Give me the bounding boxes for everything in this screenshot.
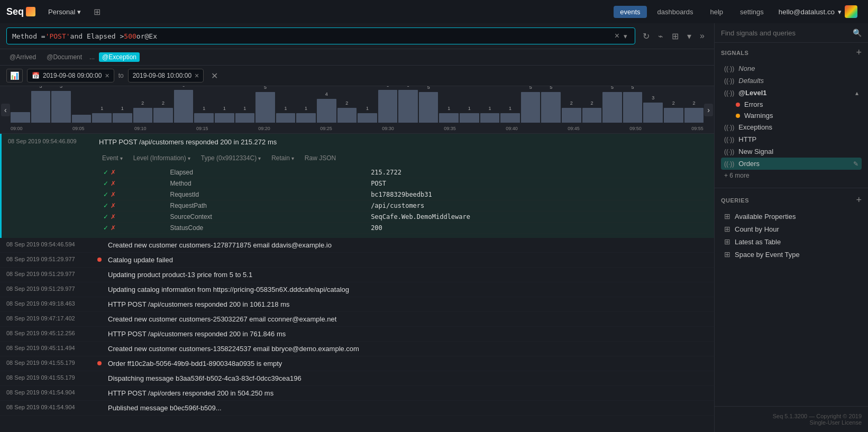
hist-bar-29[interactable]: 5 (602, 92, 622, 123)
nav-settings[interactable]: settings (734, 6, 770, 18)
hist-bar-10[interactable]: 1 (215, 113, 234, 123)
hist-bar-2[interactable]: 5 (51, 91, 71, 123)
event-action-retain[interactable]: Retain ▾ (268, 153, 297, 163)
hist-bar-19[interactable]: 6 (398, 90, 418, 123)
sidebar-item-new-signal-label: New Signal (738, 148, 773, 155)
hist-bar-32[interactable]: 2 (664, 108, 683, 123)
time-range-close-button[interactable]: ✕ (208, 70, 221, 82)
event-row-4[interactable]: 08 Sep 2019 09:49:18.463HTTP POST /api/c… (0, 297, 714, 312)
hist-bar-11[interactable]: 1 (235, 113, 255, 123)
tag-dots[interactable]: ... (89, 53, 95, 61)
event-row-0[interactable]: 08 Sep 2019 09:54:46.594Created new cust… (0, 238, 714, 253)
hist-bar-31[interactable]: 3 (643, 103, 663, 123)
hist-bar-1[interactable]: 5 (31, 91, 51, 123)
event-action-event[interactable]: Event ▾ (99, 153, 126, 163)
query-item-latest-as-table[interactable]: ⊞ Latest as Table (721, 235, 862, 248)
tag-exception[interactable]: @Exception (99, 52, 140, 62)
event-action-raw-json[interactable]: Raw JSON (301, 153, 339, 163)
queries-add-button[interactable]: + (856, 195, 862, 206)
query-item-space-by-event-type[interactable]: ⊞ Space by Event Type (721, 248, 862, 261)
hist-bar-22[interactable]: 1 (460, 113, 479, 123)
time-to-clear-button[interactable]: × (195, 71, 199, 80)
event-row-3[interactable]: 08 Sep 2019 09:51:29.977Updating catalog… (0, 282, 714, 297)
event-row-9[interactable]: 08 Sep 2019 09:41:55.179Dispatching mess… (0, 371, 714, 386)
search-chevron-button[interactable]: ▾ (622, 32, 629, 40)
sidebar-sub-item-errors[interactable]: Errors (721, 99, 862, 110)
nav-help[interactable]: help (703, 6, 729, 18)
sidebar-item-exceptions[interactable]: ((·)) Exceptions (721, 121, 862, 133)
sidebar-item-none-label: None (738, 65, 755, 72)
hist-bar-17[interactable]: 1 (358, 113, 377, 123)
hist-bar-3[interactable] (72, 115, 92, 123)
nav-events[interactable]: events (614, 6, 646, 18)
orders-edit-button[interactable]: ✎ (853, 160, 858, 168)
hist-bar-0[interactable] (11, 112, 30, 123)
query-item-count-by-hour[interactable]: ⊞ Count by Hour (721, 223, 862, 235)
expanded-event-header[interactable]: 08 Sep 2019 09:54:46.809 HTTP POST /api/… (2, 134, 714, 150)
signals-section: SIGNALS + ((·)) None ((·)) Defaults ((·)… (715, 43, 868, 186)
hist-bar-24[interactable]: 1 (500, 113, 520, 123)
hist-bar-25[interactable]: 5 (521, 92, 541, 123)
event-row-10[interactable]: 08 Sep 2019 09:41:54.904HTTP POST /api/o… (0, 386, 714, 401)
hist-bar-14[interactable]: 1 (296, 113, 316, 123)
workspace-selector[interactable]: Personal ▾ (44, 6, 85, 18)
hist-bar-6[interactable]: 2 (133, 108, 153, 123)
query-item-available-properties[interactable]: ⊞ Available Properties (721, 210, 862, 223)
event-row-8[interactable]: 08 Sep 2019 09:41:55.179Order ff10c2ab-5… (0, 356, 714, 371)
sidebar-item-http[interactable]: ((·)) HTTP (721, 133, 862, 145)
hist-bar-30[interactable]: 5 (623, 92, 643, 123)
sidebar-divider (715, 188, 868, 188)
time-from-clear-button[interactable]: × (105, 71, 109, 80)
signals-add-button[interactable]: + (856, 47, 862, 58)
search-link-button[interactable]: ⌁ (655, 29, 666, 43)
event-row-7[interactable]: 08 Sep 2019 09:45:11.494Created new cust… (0, 342, 714, 356)
event-row-11[interactable]: 08 Sep 2019 09:41:54.904Published messag… (0, 401, 714, 416)
hist-bar-23[interactable]: 1 (480, 113, 500, 123)
event-row-6[interactable]: 08 Sep 2019 09:45:12.256HTTP POST /api/c… (0, 327, 714, 342)
sidebar-item-defaults[interactable]: ((·)) Defaults (721, 75, 862, 87)
search-input[interactable] (157, 32, 613, 40)
user-menu-button[interactable]: hello@datalust.co ▾ (774, 3, 862, 20)
histogram-prev-button[interactable]: ‹ (1, 104, 10, 116)
search-more-button[interactable]: ▾ (684, 29, 695, 43)
search-expand-button[interactable]: » (697, 29, 708, 43)
search-columns-button[interactable]: ⊞ (669, 29, 682, 43)
hist-bar-20[interactable]: 5 (419, 92, 438, 123)
sidebar-item-none[interactable]: ((·)) None (721, 62, 862, 75)
hist-bar-18[interactable]: 6 (378, 90, 398, 123)
histogram-next-button[interactable]: › (704, 104, 713, 116)
event-action-level[interactable]: Level (Information) ▾ (130, 153, 194, 163)
event-row-5[interactable]: 08 Sep 2019 09:47:17.402Created new cust… (0, 312, 714, 327)
event-row-2[interactable]: 08 Sep 2019 09:51:29.977Updating product… (0, 268, 714, 282)
event-action-type[interactable]: Type (0x9912334C) ▾ (198, 153, 264, 163)
hist-bar-15[interactable]: 4 (317, 99, 336, 123)
hist-bar-8[interactable]: 6 (174, 90, 194, 123)
save-button[interactable]: ⊞ (89, 5, 105, 19)
signals-more-link[interactable]: + 6 more (721, 170, 862, 181)
hist-bar-4[interactable]: 1 (92, 113, 112, 123)
prop-icons-1: ✓ ✗ (99, 178, 166, 189)
hist-bar-33[interactable]: 2 (684, 108, 704, 123)
search-refresh-button[interactable]: ↻ (639, 29, 653, 43)
sidebar-search-input[interactable] (721, 29, 848, 37)
hist-bar-9[interactable]: 1 (194, 113, 214, 123)
hist-bar-7[interactable]: 2 (153, 108, 173, 123)
chart-toggle-button[interactable]: 📊 (6, 69, 23, 82)
sidebar-item-new-signal[interactable]: ((·)) New Signal (721, 145, 862, 158)
sidebar-item-level1[interactable]: ((·)) @Level1 (721, 87, 862, 99)
event-row-1[interactable]: 08 Sep 2019 09:51:29.977Catalog update f… (0, 253, 714, 268)
sidebar-item-orders[interactable]: ((·)) Orders ✎ (721, 158, 862, 170)
hist-bar-13[interactable]: 1 (276, 113, 296, 123)
tag-document[interactable]: @Document (43, 52, 85, 62)
hist-bar-21[interactable]: 1 (439, 113, 459, 123)
sidebar-sub-item-warnings[interactable]: Warnings (721, 110, 862, 121)
hist-bar-12[interactable]: 5 (255, 92, 275, 123)
hist-bar-28[interactable]: 2 (582, 108, 602, 123)
search-clear-button[interactable]: × (613, 31, 622, 41)
hist-bar-5[interactable]: 1 (113, 113, 132, 123)
tag-arrived[interactable]: @Arrived (6, 52, 39, 62)
nav-dashboards[interactable]: dashboards (651, 6, 700, 18)
hist-bar-16[interactable]: 2 (337, 108, 357, 123)
hist-bar-27[interactable]: 2 (562, 108, 581, 123)
hist-bar-26[interactable]: 5 (541, 92, 561, 123)
